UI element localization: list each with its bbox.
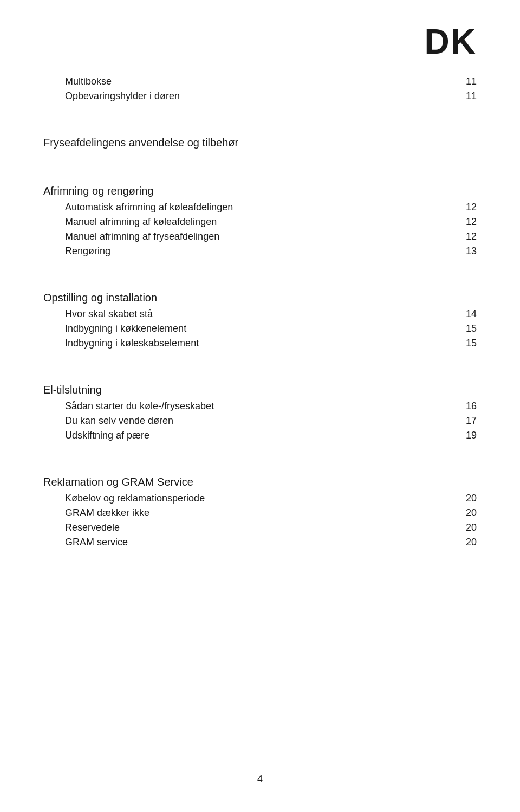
toc-section-label: Reklamation og GRAM Service (43, 476, 193, 488)
toc-section-label: Afrimning og rengøring (43, 185, 153, 197)
toc-item-rengoring: Rengøring 13 (43, 246, 477, 257)
toc-item-page: 13 (460, 246, 477, 257)
toc-item-label: Multibokse (65, 76, 112, 87)
toc-item-label: Købelov og reklamationsperiode (65, 493, 205, 504)
toc-item-label: Manuel afrimning af køleafdelingen (65, 216, 217, 228)
toc-item-page: 11 (460, 76, 477, 87)
toc-item-page: 20 (460, 493, 477, 504)
toc-item-page: 16 (460, 401, 477, 412)
toc-item-page: 19 (460, 430, 477, 441)
toc-item-label: Manuel afrimning af fryseafdelingen (65, 231, 219, 242)
toc-item-gram-daekker: GRAM dækker ikke 20 (43, 507, 477, 519)
dk-header: DK (425, 22, 477, 62)
toc-item-du-kan-selv: Du kan selv vende døren 17 (43, 415, 477, 427)
toc-item-manuel-afrimning-fryse: Manuel afrimning af fryseafdelingen 12 (43, 231, 477, 242)
table-of-contents: Multibokse 11 Opbevaringshylder i døren … (43, 76, 477, 548)
toc-item-page: 12 (460, 216, 477, 228)
toc-item-multibokse: Multibokse 11 (43, 76, 477, 87)
toc-item-gram-service: GRAM service 20 (43, 537, 477, 548)
toc-item-label: Indbygning i køleskabselement (65, 338, 199, 349)
toc-item-automatisk-afrimning: Automatisk afrimning af køleafdelingen 1… (43, 202, 477, 213)
toc-item-page: 12 (460, 202, 477, 213)
toc-section-opstilling: Opstilling og installation (43, 292, 477, 304)
page-number: 4 (257, 774, 263, 785)
toc-section-fryseafdelingens: Fryseafdelingens anvendelse og tilbehør (43, 137, 477, 149)
toc-item-page: 20 (460, 507, 477, 519)
toc-item-udskiftning-paere: Udskiftning af pære 19 (43, 430, 477, 441)
toc-item-indbygning-koleskabselement: Indbygning i køleskabselement 15 (43, 338, 477, 349)
toc-item-page: 20 (460, 537, 477, 548)
toc-section-label: Opstilling og installation (43, 292, 157, 304)
toc-item-page: 15 (460, 323, 477, 334)
toc-item-kobelov: Købelov og reklamationsperiode 20 (43, 493, 477, 504)
toc-section-label: Fryseafdelingens anvendelse og tilbehør (43, 137, 238, 149)
toc-item-page: 12 (460, 231, 477, 242)
toc-item-label: Rengøring (65, 246, 110, 257)
toc-item-manuel-afrimning-kole: Manuel afrimning af køleafdelingen 12 (43, 216, 477, 228)
toc-item-page: 20 (460, 522, 477, 533)
toc-item-indbygning-kokkenelement: Indbygning i køkkenelement 15 (43, 323, 477, 334)
toc-item-reservedele: Reservedele 20 (43, 522, 477, 533)
toc-item-label: GRAM dækker ikke (65, 507, 150, 519)
toc-item-page: 14 (460, 308, 477, 320)
toc-item-label: Du kan selv vende døren (65, 415, 173, 427)
toc-item-page: 17 (460, 415, 477, 427)
toc-item-hvor-skal-skabet: Hvor skal skabet stå 14 (43, 308, 477, 320)
toc-section-el-tilslutning: El-tilslutning (43, 384, 477, 396)
toc-item-label: Sådan starter du køle-/fryseskabet (65, 401, 214, 412)
toc-item-sadan-starter: Sådan starter du køle-/fryseskabet 16 (43, 401, 477, 412)
toc-item-label: GRAM service (65, 537, 128, 548)
toc-item-label: Automatisk afrimning af køleafdelingen (65, 202, 233, 213)
toc-section-label: El-tilslutning (43, 384, 102, 396)
toc-section-reklamation: Reklamation og GRAM Service (43, 476, 477, 488)
toc-item-label: Udskiftning af pære (65, 430, 150, 441)
toc-item-page: 15 (460, 338, 477, 349)
toc-item-label: Reservedele (65, 522, 120, 533)
toc-section-afrimning: Afrimning og rengøring (43, 185, 477, 197)
toc-item-opbevaringshylder: Opbevaringshylder i døren 11 (43, 91, 477, 102)
page-container: DK Multibokse 11 Opbevaringshylder i dør… (0, 0, 520, 812)
toc-item-label: Opbevaringshylder i døren (65, 91, 180, 102)
toc-item-page: 11 (460, 91, 477, 102)
toc-item-label: Hvor skal skabet stå (65, 308, 153, 320)
toc-item-label: Indbygning i køkkenelement (65, 323, 186, 334)
